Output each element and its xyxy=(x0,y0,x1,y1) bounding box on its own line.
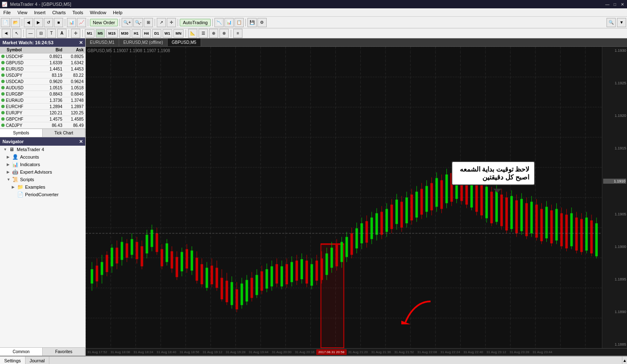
menu-insert[interactable]: Insert xyxy=(31,8,49,16)
mw-row[interactable]: EURCHF 1.2894 1.2897 xyxy=(0,104,85,110)
period-w1[interactable]: W1 xyxy=(163,29,173,38)
mw-close[interactable]: ✕ xyxy=(79,40,83,46)
obj-list-btn[interactable]: ≡ xyxy=(233,29,242,38)
window-controls[interactable]: — □ ✕ xyxy=(604,1,625,7)
period-m5[interactable]: M5 xyxy=(96,29,105,38)
filter-btn[interactable]: ▼ xyxy=(617,18,626,27)
row-symbol: EURAUD xyxy=(6,98,39,103)
mw-row[interactable]: CADJPY 86.43 86.49 xyxy=(0,122,85,129)
tab-symbols[interactable]: Symbols xyxy=(0,129,43,137)
mw-row[interactable]: AUDUSD 1.0515 1.0518 xyxy=(0,85,85,91)
ea-arrow: ▶ xyxy=(7,170,12,174)
chart-tab-gbpusd-m5[interactable]: GBPUSD,M5 xyxy=(168,38,201,46)
mw-row[interactable]: EURUSD 1.4451 1.4453 xyxy=(0,66,85,72)
tab-settings[interactable]: Settings xyxy=(0,356,25,364)
ts-8: 31 Aug 19:44 xyxy=(247,350,270,354)
mw-row[interactable]: USDJPY 83.19 83.22 xyxy=(0,72,85,78)
zoom-in-btn[interactable]: 🔍+ xyxy=(122,18,133,27)
chart-tab-eurusd-m1[interactable]: EURUSD,M1 xyxy=(86,38,119,46)
folder-icon: 📁 xyxy=(17,184,23,190)
price-2: 1.1925 xyxy=(603,81,626,85)
tab-tick-chart[interactable]: Tick Chart xyxy=(43,129,85,137)
nav-close[interactable]: ✕ xyxy=(79,139,83,144)
ts-6: 31 Aug 19:12 xyxy=(201,350,224,354)
svg-rect-48 xyxy=(131,239,133,255)
line-draw-btn[interactable]: — xyxy=(26,29,35,38)
open-btn[interactable]: 📂 xyxy=(11,18,20,27)
tab-favorites[interactable]: Favorites xyxy=(43,348,85,356)
mw-row[interactable]: USDCHF 0.8921 0.8925 xyxy=(0,53,85,60)
menu-window[interactable]: Window xyxy=(87,8,110,16)
indicator1-btn[interactable]: 📉 xyxy=(214,18,224,27)
mw-row[interactable]: GBPCHF 1.4575 1.4585 xyxy=(0,116,85,122)
mw-row[interactable]: GBPUSD 1.6339 1.6342 xyxy=(0,60,85,66)
nav-pc-label: PeriodConverter xyxy=(25,192,59,197)
mw-row[interactable]: EURAUD 1.3736 1.3748 xyxy=(0,97,85,104)
arrow-cursor-btn[interactable]: ↖ xyxy=(12,29,21,38)
nav-examples[interactable]: ▶ 📁 Examples xyxy=(0,183,85,191)
svg-rect-120 xyxy=(311,264,313,286)
hline-btn[interactable]: ⊟ xyxy=(36,29,46,38)
menu-tools[interactable]: Tools xyxy=(69,8,87,16)
new-order-btn[interactable]: New Order xyxy=(90,19,118,26)
new-btn[interactable]: 📄 xyxy=(1,18,10,27)
period-h1[interactable]: H1 xyxy=(132,29,141,38)
refresh-btn[interactable]: ↺ xyxy=(44,18,53,27)
mw-row[interactable]: USDCAD 0.9620 0.9624 xyxy=(0,78,85,85)
close-btn[interactable]: ✕ xyxy=(619,1,625,7)
nav-scripts[interactable]: ▼ 📜 Scripts xyxy=(0,176,85,183)
period-d1[interactable]: D1 xyxy=(152,29,161,38)
channel-btn[interactable]: ⊗ xyxy=(219,29,229,38)
mw-row[interactable]: EURGBP 0.8843 0.8846 xyxy=(0,91,85,97)
grid-btn[interactable]: ⊞ xyxy=(144,18,153,27)
settings-btn[interactable]: ⚙ xyxy=(257,18,267,27)
nav-period-converter[interactable]: ▶ 📄 PeriodConverter xyxy=(0,191,85,198)
text-btn[interactable]: T xyxy=(47,29,56,38)
menu-file[interactable]: File xyxy=(0,8,14,16)
period-m15[interactable]: M15 xyxy=(106,29,118,38)
sep6 xyxy=(178,19,178,26)
zoom-out-btn[interactable]: 🔍- xyxy=(133,18,143,27)
minimize-btn[interactable]: — xyxy=(604,1,610,7)
bold-btn[interactable]: A xyxy=(57,29,66,38)
nav-indicators[interactable]: ▶ 📊 Indicators xyxy=(0,161,85,168)
period-m30[interactable]: M30 xyxy=(119,29,131,38)
nav-metatrader4[interactable]: ▼ 🖥 MetaTrader 4 xyxy=(0,146,85,153)
indicator3-btn[interactable]: 📋 xyxy=(234,18,244,27)
row-bid: 1.2894 xyxy=(39,104,62,109)
resize-handle[interactable]: ▲ xyxy=(622,356,627,364)
nav-expert-advisors[interactable]: ▶ 🤖 Expert Advisors xyxy=(0,168,85,176)
period-mn[interactable]: MN xyxy=(173,29,184,38)
nav-accounts[interactable]: ▶ 👤 Accounts xyxy=(0,153,85,161)
menu-view[interactable]: View xyxy=(14,8,31,16)
menu-charts[interactable]: Charts xyxy=(49,8,69,16)
crosshair-btn[interactable]: ✛ xyxy=(71,29,80,38)
cross-btn[interactable]: ✛ xyxy=(167,18,176,27)
period-m1[interactable]: M1 xyxy=(85,29,94,38)
tpl-btn[interactable]: 💾 xyxy=(247,18,257,27)
period-h4[interactable]: H4 xyxy=(142,29,151,38)
tab-journal[interactable]: Journal xyxy=(25,356,49,364)
mw-row[interactable]: EURJPY 120.21 120.25 xyxy=(0,110,85,116)
back-btn[interactable]: ◀ xyxy=(24,18,33,27)
arrow-btn[interactable]: ↗ xyxy=(157,18,166,27)
tab-common[interactable]: Common xyxy=(0,348,43,356)
maximize-btn[interactable]: □ xyxy=(612,1,618,7)
stop-btn[interactable]: ■ xyxy=(54,18,63,27)
chart-tab-eurusd-m2[interactable]: EURUSD,M2 (offline) xyxy=(119,38,168,46)
svg-rect-102 xyxy=(265,269,268,288)
trendline-btn[interactable]: 📐 xyxy=(188,29,197,38)
arrow-left-btn[interactable]: ◀| xyxy=(2,29,11,38)
search-btn[interactable]: 🔍 xyxy=(607,18,616,27)
svg-rect-96 xyxy=(250,278,253,298)
gann-btn[interactable]: ⊕ xyxy=(209,29,218,38)
menu-help[interactable]: Help xyxy=(110,8,126,16)
chart-line-btn[interactable]: 📊 xyxy=(67,18,76,27)
autotrading-btn[interactable]: AutoTrading xyxy=(180,19,211,26)
forward-btn[interactable]: ▶ xyxy=(34,18,43,27)
chart-bar-btn[interactable]: 📈 xyxy=(77,18,86,27)
fib-btn[interactable]: ☰ xyxy=(199,29,208,38)
ts-12: 31 Aug 21:36 xyxy=(370,350,393,354)
indicator2-btn[interactable]: 📊 xyxy=(224,18,234,27)
row-dot xyxy=(1,80,5,83)
